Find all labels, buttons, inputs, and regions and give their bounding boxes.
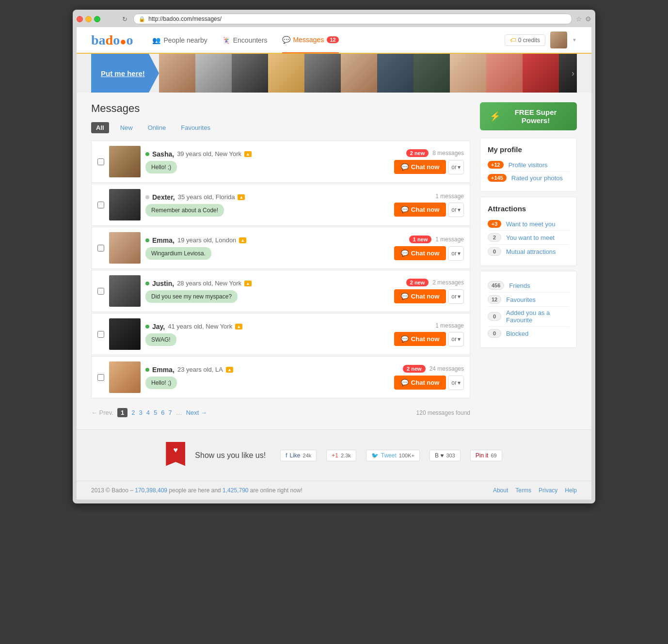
msg-avatar-5[interactable]: 👤	[109, 318, 141, 350]
msg-name-3[interactable]: Emma,	[152, 236, 175, 244]
messages-icon: 💬	[282, 36, 290, 44]
rated-photos-label[interactable]: Rated your photos	[511, 174, 563, 182]
or-dropdown-1[interactable]: or ▾	[448, 160, 464, 174]
upload-icon-2[interactable]: ▲	[238, 194, 245, 200]
twitter-button[interactable]: 🐦 Tweet 100K+	[366, 450, 420, 461]
chat-now-btn-2[interactable]: 💬 Chat now	[394, 203, 446, 217]
url-display[interactable]: http://badoo.com/messages/	[148, 16, 222, 22]
upload-icon-4[interactable]: ▲	[244, 281, 252, 286]
close-button[interactable]	[77, 16, 83, 22]
page-5[interactable]: 5	[154, 409, 157, 416]
msg-name-5[interactable]: Jay,	[152, 323, 165, 330]
filter-online[interactable]: Online	[144, 122, 170, 133]
facebook-like-button[interactable]: f Like 24k	[280, 450, 317, 461]
nav-messages[interactable]: 💬 Messages 12	[282, 27, 339, 53]
page-1[interactable]: 1	[117, 408, 127, 417]
nav-encounters[interactable]: 🃏 Encounters	[222, 28, 268, 53]
page-next[interactable]: Next →	[186, 409, 207, 416]
maximize-button[interactable]	[94, 16, 100, 22]
msg-checkbox-1[interactable]	[97, 158, 104, 165]
pinterest-button[interactable]: Pin it 69	[470, 450, 502, 461]
forward-button[interactable]: ›	[112, 14, 119, 24]
you-want-to-meet-label[interactable]: You want to meet	[506, 234, 555, 241]
chat-now-btn-6[interactable]: 💬 Chat now	[394, 376, 446, 390]
chat-now-btn-4[interactable]: 💬 Chat now	[394, 289, 446, 303]
msg-avatar-4[interactable]: 👤	[109, 275, 141, 307]
refresh-button[interactable]: ↻	[120, 15, 129, 24]
friends-label[interactable]: Friends	[509, 282, 530, 289]
or-dropdown-3[interactable]: or ▾	[448, 246, 464, 261]
people-count-link[interactable]: 170,398,409	[135, 487, 167, 494]
or-dropdown-4[interactable]: or ▾	[448, 289, 464, 304]
badoo-share-button[interactable]: B ♥ 303	[429, 450, 461, 461]
msg-checkbox-2[interactable]	[97, 202, 104, 208]
msg-checkbox-6[interactable]	[97, 374, 104, 381]
msg-avatar-2[interactable]: 👤	[109, 189, 141, 220]
minimize-button[interactable]	[85, 16, 92, 22]
msg-avatar-3[interactable]: 👤	[109, 232, 141, 264]
friends-item[interactable]: 456 Friends	[488, 279, 569, 293]
want-to-meet-label[interactable]: Want to meet you	[506, 220, 555, 228]
upload-icon-6[interactable]: ▲	[226, 367, 233, 373]
msg-avatar-6[interactable]: 👤	[109, 361, 141, 393]
chat-bubble-icon-3: 💬	[401, 250, 409, 257]
msg-checkbox-5[interactable]	[97, 331, 104, 338]
upload-icon-3[interactable]: ▲	[239, 237, 246, 243]
mutual-attractions-item[interactable]: 0 Mutual attractions	[488, 245, 569, 258]
chat-now-btn-3[interactable]: 💬 Chat now	[394, 246, 446, 260]
favourites-label[interactable]: Favourites	[506, 296, 536, 303]
page-7[interactable]: 7	[168, 409, 172, 416]
msg-name-6[interactable]: Emma,	[152, 366, 175, 374]
online-count-link[interactable]: 1,425,790	[223, 487, 248, 494]
want-to-meet-item[interactable]: +3 Want to meet you	[488, 218, 569, 231]
favourites-item[interactable]: 12 Favourites	[488, 293, 569, 307]
filter-favourites[interactable]: Favourites	[177, 122, 214, 133]
banner-next-arrow[interactable]: ›	[572, 68, 574, 79]
user-menu-dropdown[interactable]: ▼	[572, 37, 577, 43]
footer-about[interactable]: About	[493, 487, 508, 494]
blocked-item[interactable]: 0 Blocked	[488, 327, 569, 340]
page-prev[interactable]: ← Prev.	[91, 409, 113, 416]
upload-icon-5[interactable]: ▲	[235, 324, 242, 330]
filter-all[interactable]: All	[91, 122, 109, 133]
msg-name-2[interactable]: Dexter,	[152, 193, 175, 201]
nav-people-nearby[interactable]: 👥 People nearby	[152, 28, 207, 53]
settings-icon[interactable]: ⚙	[585, 15, 591, 23]
footer-help[interactable]: Help	[565, 487, 577, 494]
rated-photos-item[interactable]: +145 Rated your photos	[488, 172, 569, 184]
logo[interactable]: bado●o	[91, 33, 133, 47]
page-2[interactable]: 2	[131, 409, 135, 416]
mutual-attractions-label[interactable]: Mutual attractions	[506, 248, 556, 255]
page-6[interactable]: 6	[161, 409, 164, 416]
profile-visitors-item[interactable]: +12 Profile visitors	[488, 158, 569, 172]
msg-checkbox-3[interactable]	[97, 245, 104, 251]
chat-now-btn-1[interactable]: 💬 Chat now	[394, 160, 446, 174]
credits-button[interactable]: 🏷 0 credits	[505, 34, 545, 46]
added-fav-item[interactable]: 0 Added you as a Favourite	[488, 307, 569, 327]
or-dropdown-5[interactable]: or ▾	[448, 332, 464, 346]
put-me-here-button[interactable]: Put me here!	[91, 54, 159, 93]
msg-avatar-1[interactable]: 👤	[109, 146, 141, 177]
want-to-meet-badge: +3	[488, 220, 501, 228]
added-fav-label[interactable]: Added you as a Favourite	[506, 309, 569, 324]
msg-name-4[interactable]: Justin,	[152, 280, 174, 287]
upload-icon-1[interactable]: ▲	[244, 151, 252, 157]
super-powers-button[interactable]: ⚡ FREE Super Powers!	[480, 102, 577, 130]
blocked-label[interactable]: Blocked	[506, 330, 528, 337]
chat-now-btn-5[interactable]: 💬 Chat now	[394, 332, 446, 346]
footer-terms[interactable]: Terms	[515, 487, 531, 494]
you-want-to-meet-item[interactable]: 2 You want to meet	[488, 231, 569, 245]
profile-visitors-label[interactable]: Profile visitors	[509, 161, 548, 169]
page-4[interactable]: 4	[146, 409, 150, 416]
msg-checkbox-4[interactable]	[97, 288, 104, 295]
msg-name-1[interactable]: Sasha,	[152, 150, 174, 158]
page-3[interactable]: 3	[139, 409, 142, 416]
star-icon[interactable]: ☆	[576, 15, 582, 23]
footer-privacy[interactable]: Privacy	[539, 487, 557, 494]
user-avatar-nav[interactable]	[550, 31, 567, 48]
back-button[interactable]: ‹	[104, 14, 111, 24]
or-dropdown-6[interactable]: or ▾	[448, 376, 464, 390]
filter-new[interactable]: New	[116, 122, 137, 133]
or-dropdown-2[interactable]: or ▾	[448, 203, 464, 217]
gplus-button[interactable]: +1 2.3k	[326, 450, 356, 461]
